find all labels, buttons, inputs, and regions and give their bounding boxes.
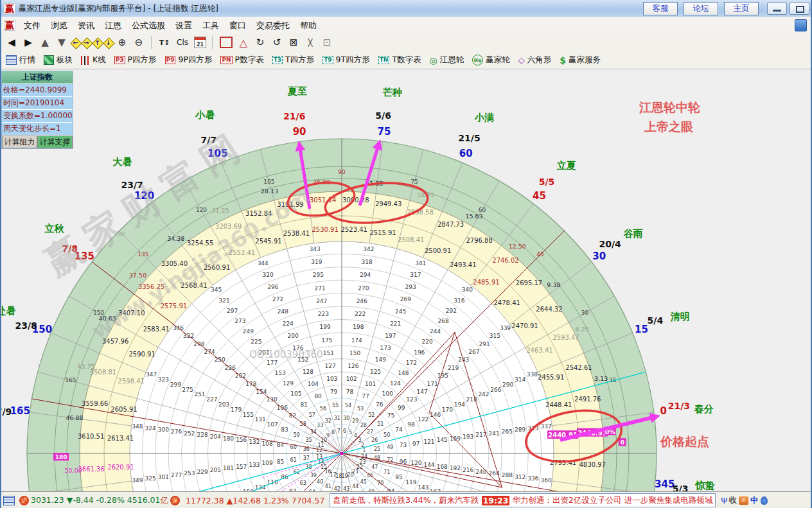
svg-text:253: 253 xyxy=(184,470,195,477)
toolbar-item-t-square[interactable]: T3T四方形 xyxy=(272,55,315,66)
svg-text:37: 37 xyxy=(303,455,310,461)
menu-logo-icon: 赢 xyxy=(4,20,15,31)
square-tool-icon[interactable] xyxy=(220,37,233,48)
shenzhen-index[interactable]: 11772.38 ▲142.68 1.23% 7704.57 xyxy=(186,496,324,505)
svg-text:春分: 春分 xyxy=(694,403,714,415)
minimize-button[interactable] xyxy=(767,3,787,15)
svg-text:40: 40 xyxy=(317,479,323,485)
svg-text:198: 198 xyxy=(353,324,364,330)
box-x-icon[interactable]: ⊠ xyxy=(286,35,301,49)
move-left-icon[interactable]: ← xyxy=(71,38,80,48)
svg-text:179: 179 xyxy=(231,407,242,413)
svg-text:174: 174 xyxy=(351,337,362,344)
toolbar-item-winner-service[interactable]: $赢家服务 xyxy=(560,55,601,66)
svg-text:341: 341 xyxy=(415,260,426,267)
move-up-icon[interactable]: ↑ xyxy=(93,38,102,48)
peak-up-icon[interactable]: ▲ xyxy=(37,35,53,49)
toolbar-item-hexagon[interactable]: ◇六角形 xyxy=(518,55,552,66)
homepage-button[interactable]: 主页 xyxy=(724,2,759,15)
menu-item-0[interactable]: 文件 xyxy=(19,19,46,32)
toolbar-item-quotes[interactable]: 行情 xyxy=(6,55,35,66)
svg-text:156: 156 xyxy=(236,437,247,443)
cls-button[interactable]: Cls xyxy=(173,35,191,49)
toolbar-item-p-table[interactable]: PNP数字表 xyxy=(220,55,263,66)
screen-icon[interactable]: ⊡ xyxy=(319,35,335,49)
svg-text:5/3: 5/3 xyxy=(673,484,689,491)
news-ticker[interactable]: 盘前走低，特斯拉跌3.44%，蔚来汽车跌 19:23 华力创通：出资2亿设立子公… xyxy=(330,493,716,507)
move-right-icon[interactable]: → xyxy=(82,38,91,48)
svg-text:105: 105 xyxy=(263,179,274,185)
svg-text:227: 227 xyxy=(206,396,217,403)
svg-text:218: 218 xyxy=(466,396,477,403)
t3-icon: T3 xyxy=(272,56,283,64)
svg-text:3254.55: 3254.55 xyxy=(187,240,213,247)
svg-text:7: 7 xyxy=(337,428,340,434)
zoom-out-icon[interactable]: ⊖ xyxy=(131,35,146,49)
svg-text:348: 348 xyxy=(132,423,143,430)
svg-text:120: 120 xyxy=(134,190,154,202)
toolbar-item-t-table[interactable]: TNT数字表 xyxy=(378,55,421,66)
menu-item-2[interactable]: 资讯 xyxy=(73,19,100,32)
triangle-tool-icon[interactable]: △ xyxy=(236,35,251,49)
svg-text:3559.66: 3559.66 xyxy=(82,400,108,407)
menu-item-5[interactable]: 设置 xyxy=(170,19,197,32)
move-down-icon[interactable]: ↓ xyxy=(103,38,113,48)
page-next-icon[interactable]: ▶ xyxy=(21,35,36,49)
toolbar-item-gann-wheel[interactable]: ◎江恩轮 xyxy=(430,55,464,66)
svg-text:294: 294 xyxy=(360,272,371,278)
svg-text:267: 267 xyxy=(468,349,479,355)
peak-down-icon[interactable]: ▼ xyxy=(54,35,69,49)
svg-text:288: 288 xyxy=(502,472,513,478)
customer-service-button[interactable]: 客服 xyxy=(643,2,678,15)
menu-item-3[interactable]: 江恩 xyxy=(100,19,127,32)
svg-text:169: 169 xyxy=(450,435,461,442)
page-prev-icon[interactable]: ◀ xyxy=(4,35,19,49)
forum-button[interactable]: 论坛 xyxy=(684,2,718,15)
svg-text:7/9: 7/9 xyxy=(0,407,12,417)
svg-text:51: 51 xyxy=(377,421,384,427)
svg-text:6.25: 6.25 xyxy=(575,326,588,333)
menu-item-4[interactable]: 公式选股 xyxy=(127,19,170,32)
menu-item-9[interactable]: 帮助 xyxy=(295,19,322,32)
menu-item-8[interactable]: 交易委托 xyxy=(251,19,295,32)
zoom-in-icon[interactable]: ⊕ xyxy=(114,35,130,49)
svg-text:193: 193 xyxy=(463,434,473,440)
svg-text:124: 124 xyxy=(390,380,401,387)
svg-text:21/6: 21/6 xyxy=(283,111,305,121)
svg-text:23/7: 23/7 xyxy=(121,180,143,190)
menu-item-7[interactable]: 窗口 xyxy=(224,19,251,32)
t-updown-icon[interactable]: T↕ xyxy=(157,35,172,49)
svg-text:33: 33 xyxy=(317,423,323,428)
svg-text:339: 339 xyxy=(500,325,511,331)
toolbar-item-p9-square[interactable]: P99P四方形 xyxy=(165,55,213,66)
scatter-cross-icon[interactable]: ╳ xyxy=(303,35,318,49)
svg-text:清明: 清明 xyxy=(670,311,690,322)
shanghai-index[interactable]: 3031.23 ▼-8.44 -0.28% 4516.01亿 xyxy=(31,495,168,506)
toolbar-item-kline[interactable]: K线 xyxy=(81,55,106,66)
svg-text:2493.41: 2493.41 xyxy=(450,261,476,268)
menu-item-6[interactable]: 工具 xyxy=(197,19,224,32)
svg-text:5/5: 5/5 xyxy=(539,177,555,187)
calc-resistance-button[interactable]: 计算阻力 xyxy=(2,136,37,148)
calendar-icon[interactable]: 21 xyxy=(194,37,206,48)
toolbar-item-p-square[interactable]: P3P四方形 xyxy=(114,55,157,66)
svg-text:217: 217 xyxy=(475,432,486,438)
menu-item-1[interactable]: 浏览 xyxy=(46,19,73,32)
svg-text:176: 176 xyxy=(292,345,303,351)
calc-support-button[interactable]: 计算支撑 xyxy=(37,136,73,148)
hotline-icon[interactable]: ✆ xyxy=(739,496,748,505)
toolbar-item-winner-wheel[interactable]: Big赢家轮 xyxy=(472,55,510,66)
svg-text:247: 247 xyxy=(316,298,327,304)
menu-corner-icon[interactable] xyxy=(795,19,807,31)
toolbar-item-t9-square[interactable]: T99T四方形 xyxy=(322,55,370,66)
rotate-cw-icon[interactable]: ↻ xyxy=(252,35,268,49)
svg-text:2583.41: 2583.41 xyxy=(143,326,170,333)
quote-grid-icon[interactable] xyxy=(3,496,15,505)
svg-text:15.63: 15.63 xyxy=(465,213,482,220)
svg-text:289: 289 xyxy=(515,426,525,433)
rotate-ccw-icon[interactable]: ↺ xyxy=(269,35,285,49)
svg-text:338: 338 xyxy=(527,371,538,378)
restore-button[interactable] xyxy=(790,3,809,15)
toolbar-item-sectors[interactable]: 板块 xyxy=(44,55,73,66)
antenna-icon: Ψ xyxy=(721,496,727,505)
